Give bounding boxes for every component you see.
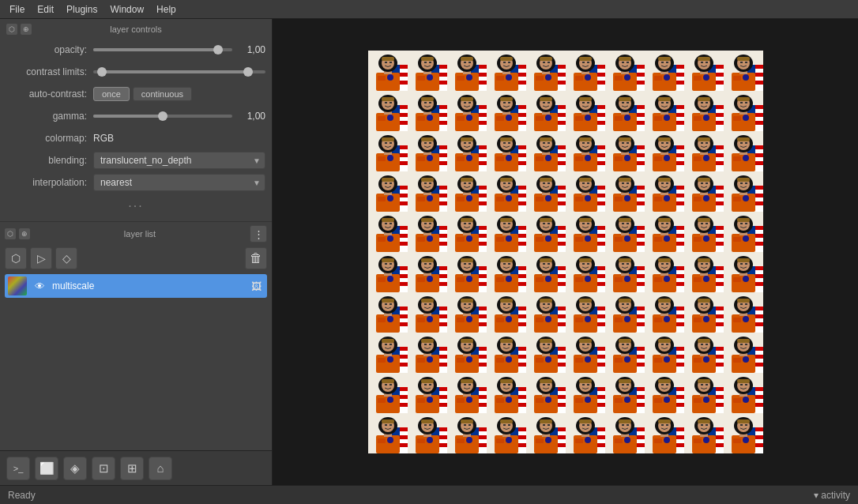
svg-point-191 [387,115,393,121]
svg-rect-1043 [666,263,668,265]
svg-rect-1439 [745,344,747,345]
blending-label: blending: [6,155,93,166]
split-view-button[interactable]: ⊡ [92,457,115,480]
svg-rect-89 [548,62,550,63]
menu-plugins[interactable]: Plugins [60,2,103,17]
svg-rect-1630 [378,438,386,443]
contrast-slider[interactable] [93,70,265,73]
svg-rect-466 [582,142,585,144]
tile [566,373,605,413]
add-shapes-button[interactable]: ▷ [30,247,52,269]
svg-rect-1059 [698,258,710,262]
gamma-slider[interactable] [93,115,232,118]
activity-label[interactable]: ▾ activity [814,490,850,501]
tile [368,373,408,413]
svg-rect-1564 [622,384,624,386]
svg-rect-820 [575,237,583,242]
2d-view-button[interactable]: ⬜ [35,457,58,480]
svg-point-263 [545,115,551,121]
svg-rect-538 [740,142,743,144]
layer-controls-title: layer controls [110,24,161,34]
menubar: File Edit Plugins Window Help [0,0,858,19]
svg-rect-1455 [382,379,394,383]
interpolation-select[interactable]: nearest linear cubic [93,174,265,191]
svg-point-1271 [387,356,393,363]
contrast-thumb-left[interactable] [97,67,107,77]
grid-icon: ⊞ [127,461,137,476]
blending-select[interactable]: translucent_no_depth opaque translucent … [93,152,265,169]
layer-visibility-button[interactable]: 👁 [32,278,47,294]
add-labels-button[interactable]: ◇ [55,247,77,269]
3d-view-button[interactable]: ◈ [63,457,87,480]
auto-contrast-continuous-button[interactable]: continuous [133,87,192,101]
svg-point-965 [506,276,512,282]
svg-rect-1054 [694,277,702,282]
layer-image-button[interactable]: 🖼 [248,278,264,294]
tile [605,171,645,212]
tile [724,171,763,212]
svg-rect-1528 [543,384,545,386]
svg-rect-827 [587,223,589,224]
svg-rect-1421 [706,344,708,345]
svg-rect-1115 [429,303,431,305]
svg-rect-1438 [740,344,743,345]
menu-help[interactable]: Help [150,2,183,17]
layer-item-multiscale[interactable]: 👁 multiscale 🖼 [5,274,267,298]
svg-rect-244 [496,116,504,121]
tile [408,51,447,91]
main-area: ⬡ ⊕ layer controls opacity: 1,00 [0,19,858,485]
svg-rect-1366 [582,344,585,345]
menu-window[interactable]: Window [103,2,150,17]
svg-point-47 [466,74,472,81]
delete-layer-button[interactable]: 🗑 [245,247,267,269]
home-button[interactable]: ⌂ [149,457,172,480]
layer-list-title: layer list [124,229,156,239]
svg-rect-658 [615,197,623,201]
svg-point-1307 [466,356,472,363]
tile [408,413,447,453]
tile [566,212,605,252]
svg-rect-622 [536,197,544,201]
svg-rect-190 [378,116,386,121]
svg-point-461 [585,155,591,161]
svg-rect-1581 [658,379,671,383]
layer-list-icon-2[interactable]: ⊕ [19,228,30,239]
svg-rect-1312 [464,344,466,345]
svg-rect-1599 [698,379,710,383]
opacity-slider[interactable] [93,48,232,51]
tile [566,292,605,333]
svg-rect-1565 [627,384,629,386]
add-points-button[interactable]: ⬡ [5,247,27,269]
svg-rect-178 [740,62,743,63]
canvas-area[interactable] [273,19,858,485]
svg-point-173 [743,74,749,81]
menu-edit[interactable]: Edit [31,2,60,17]
svg-rect-1277 [389,344,392,345]
svg-rect-1275 [382,339,394,343]
svg-rect-790 [503,223,506,224]
svg-rect-789 [500,218,513,222]
controls-icon-2[interactable]: ⊕ [21,24,32,35]
menu-file[interactable]: File [3,2,31,17]
svg-rect-1583 [666,384,668,386]
console-button[interactable]: >_ [6,457,30,480]
statusbar: Ready ▾ activity [0,485,858,504]
contrast-thumb-right[interactable] [243,67,253,77]
svg-rect-231 [461,97,473,101]
svg-rect-1077 [737,258,750,262]
layer-list-icon-1[interactable]: ⬡ [5,228,16,239]
svg-rect-1653 [421,419,434,423]
svg-rect-1270 [378,358,386,363]
auto-contrast-once-button[interactable]: once [93,87,130,101]
tiled-image [368,51,763,453]
svg-rect-214 [424,102,427,103]
svg-rect-1126 [457,318,465,322]
svg-rect-1511 [508,384,510,386]
tile [368,252,408,292]
tile [605,91,645,131]
grid-view-button[interactable]: ⊞ [120,457,144,480]
layer-list-menu-button[interactable]: ⋮ [250,225,267,243]
gamma-thumb[interactable] [158,111,167,121]
svg-rect-503 [666,142,668,144]
controls-icon-1[interactable]: ⬡ [6,24,17,35]
